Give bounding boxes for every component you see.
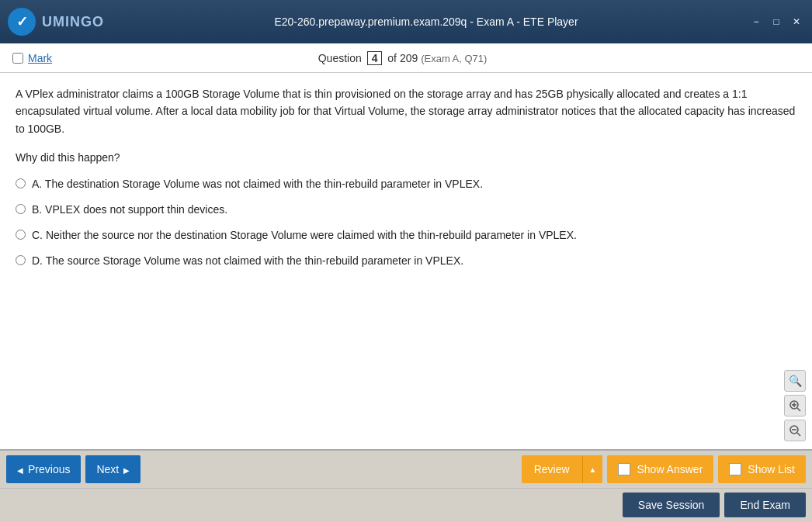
question-text: A VPlex administrator claims a 100GB Sto… [16,85,796,137]
logo-area: ✓ UMINGO [8,8,104,36]
review-dropdown-button[interactable] [582,455,603,483]
review-label: Review [534,463,570,475]
question-label: Question [318,52,362,64]
review-group[interactable]: Review [522,455,603,483]
window-controls[interactable]: − □ ✕ [748,14,804,29]
show-list-label: Show List [748,463,795,475]
question-why: Why did this happen? [16,151,796,164]
review-button[interactable]: Review [522,455,582,483]
radio-b[interactable] [16,204,26,214]
zoom-in-button[interactable] [784,395,806,417]
svg-line-1 [797,408,800,411]
mark-checkbox[interactable] [12,53,23,64]
save-session-button[interactable]: Save Session [623,493,720,517]
question-meta: (Exam A, Q71) [421,53,487,64]
radio-d[interactable] [16,255,26,265]
window-title: E20-260.prepaway.premium.exam.209q - Exa… [104,16,748,28]
review-dropdown-arrow-icon [589,464,597,475]
mark-link[interactable]: Mark [28,52,52,64]
maximize-button[interactable]: □ [769,14,784,29]
option-d-label[interactable]: D. The source Storage Volume was not cla… [32,253,463,269]
radio-c[interactable] [16,230,26,240]
option-b[interactable]: B. VPLEX does not support thin devices. [16,202,796,218]
next-button[interactable]: Next [85,455,141,483]
search-tool-button[interactable]: 🔍 [784,370,806,392]
question-number-display: Question 4 of 209 (Exam A, Q71) [318,51,488,65]
prev-arrow-icon [17,463,23,475]
end-exam-button[interactable]: End Exam [724,493,806,517]
zoom-out-button[interactable] [784,420,806,441]
option-a-label[interactable]: A. The destination Storage Volume was no… [32,176,483,192]
previous-button[interactable]: Previous [6,455,81,483]
option-a[interactable]: A. The destination Storage Volume was no… [16,176,796,192]
next-arrow-icon [123,463,130,475]
question-header: Mark Question 4 of 209 (Exam A, Q71) [0,43,812,73]
option-c[interactable]: C. Neither the source nor the destinatio… [16,227,796,244]
title-bar: ✓ UMINGO E20-260.prepaway.premium.exam.2… [0,0,812,43]
minimize-button[interactable]: − [748,14,764,29]
close-button[interactable]: ✕ [789,14,804,29]
option-d[interactable]: D. The source Storage Volume was not cla… [16,253,796,269]
mark-area[interactable]: Mark [12,52,52,64]
bottom-toolbar: Previous Next Review Show Answer Show Li… [0,449,812,488]
svg-line-5 [797,433,800,436]
radio-a[interactable] [16,178,26,188]
logo-text: UMINGO [42,14,104,30]
option-c-label[interactable]: C. Neither the source nor the destinatio… [32,227,577,244]
of-label: of 209 [387,52,418,64]
content-area: A VPlex administrator claims a 100GB Sto… [0,73,812,449]
previous-label: Previous [28,463,70,475]
show-answer-label: Show Answer [637,463,703,475]
next-label: Next [96,463,119,475]
bottom-toolbar-row2: Save Session End Exam [0,488,812,522]
show-answer-button[interactable]: Show Answer [607,455,713,483]
show-list-checkbox-icon [729,463,741,475]
option-b-label[interactable]: B. VPLEX does not support thin devices. [32,202,227,218]
sidebar-tools: 🔍 [784,370,806,441]
show-answer-checkbox-icon [618,463,630,475]
show-list-button[interactable]: Show List [718,455,806,483]
logo-icon: ✓ [8,8,36,36]
question-number-box: 4 [367,51,383,65]
